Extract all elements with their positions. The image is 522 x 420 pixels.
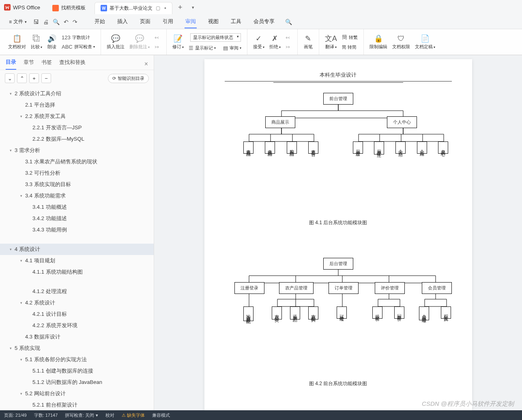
toc-item[interactable]: 2.2.1 开发语言—JSP — [0, 122, 154, 133]
toc-item[interactable]: ▾5.1 系统各部分的实现方法 — [0, 354, 154, 365]
toc-item[interactable]: 4.3 数据库设计 — [0, 331, 154, 343]
toc-item[interactable]: 3.3 系统实现的目标 — [0, 179, 154, 190]
to-simp-button[interactable]: 简 转简 — [339, 43, 360, 51]
read-aloud-button[interactable]: 🔊朗读 — [45, 32, 59, 51]
tab-menu-button[interactable]: ▾ — [187, 5, 199, 10]
next-change-button[interactable]: ↣ — [283, 43, 294, 51]
toc-item[interactable]: ▾5.2 网站前台设计 — [0, 388, 154, 399]
wps-icon — [4, 4, 11, 11]
finalize-button[interactable]: 📄文档定稿 — [412, 32, 438, 51]
toc-item[interactable]: 3.4.1 功能概述 — [0, 201, 154, 213]
preview-icon[interactable]: 🔍 — [53, 19, 60, 25]
remove-button[interactable]: − — [41, 73, 51, 83]
toc-item[interactable]: 4.1.1 系统功能结构图 — [0, 266, 154, 278]
next-comment-button[interactable]: ↣ — [152, 43, 163, 51]
lock-icon: 🔒 — [374, 34, 383, 43]
collapse-all-button[interactable]: ⌄ — [5, 73, 15, 83]
toc-item[interactable]: 3.2 可行性分析 — [0, 167, 154, 179]
translate-button[interactable]: 文A翻译 — [322, 32, 339, 51]
delete-comment-button[interactable]: 💬删除批注 — [127, 32, 152, 51]
toc-item[interactable]: ▾4.2 系统设计 — [0, 297, 154, 309]
auto-toc-button[interactable]: ⟳智能识别目录 — [108, 74, 149, 83]
toc-item[interactable]: 4.1.2 处理流程 — [0, 286, 154, 297]
tab-template[interactable]: 找稻壳模板 — [47, 2, 91, 14]
proof-status[interactable]: 校对 — [105, 412, 114, 418]
tab-member[interactable]: 会员专享 — [253, 15, 275, 28]
add-button[interactable]: + — [29, 73, 39, 83]
save-icon[interactable]: 🖫 — [33, 19, 39, 25]
tab-insert[interactable]: 插入 — [116, 15, 129, 28]
spellcheck-button[interactable]: ABC拼写检查▾ — [59, 43, 97, 51]
page-indicator[interactable]: 页面: 21/49 — [4, 412, 27, 418]
app-logo: WPS Office — [0, 4, 44, 11]
to-trad-button[interactable]: 簡转繁 — [339, 32, 360, 42]
tab-close-icon[interactable]: • — [164, 5, 166, 11]
d1-leaf: 用户注册 — [353, 141, 363, 154]
toc-item[interactable]: 3.4.2 功能描述 — [0, 213, 154, 224]
tab-review[interactable]: 审阅 — [185, 15, 197, 28]
toc-item[interactable]: 5.1.1 创建与数据库的连接 — [0, 365, 154, 377]
print-icon[interactable]: 🖨 — [43, 19, 49, 25]
tab-document[interactable]: W 基于大数...毕业论文 ▢ • — [95, 2, 172, 14]
prev-comment-button[interactable]: ↢ — [152, 33, 163, 42]
show-marks-button[interactable]: ☰显示标记▾ — [186, 44, 218, 52]
display-select[interactable]: 显示标记的最终状态 — [186, 32, 244, 43]
sidetab-chapter[interactable]: 章节 — [24, 59, 34, 69]
redo-icon[interactable]: ↷ — [73, 19, 77, 25]
compat-mode[interactable]: 兼容模式 — [152, 412, 170, 418]
d2-leaf: 积分兑换 — [441, 306, 451, 319]
toc-item[interactable]: ▾5 系统实现 — [0, 343, 154, 354]
toc-item[interactable]: 2.1 平台选择 — [0, 99, 154, 111]
spell-icon: ABC — [62, 44, 73, 50]
missing-font-warning[interactable]: ⚠ 缺失字体 — [122, 412, 145, 418]
toc-item[interactable]: 3.1 水果农产品销售系统的现状 — [0, 156, 154, 167]
document-view[interactable]: 本科生毕业设计 前台管理 商品展示 个人中心 查看商品 查找商品 购买商品 查看… — [154, 55, 522, 410]
toc-item[interactable]: 4.2.2 系统开发环境 — [0, 320, 154, 331]
toc-item[interactable]: 5.2.1 前台框架设计 — [0, 399, 154, 410]
prev-change-button[interactable]: ↢ — [283, 33, 294, 42]
tab-reference[interactable]: 引用 — [162, 15, 174, 28]
toc-item[interactable]: 2.2.2 数据库—MySQL — [0, 133, 154, 145]
tab-page[interactable]: 页面 — [139, 15, 151, 28]
search-icon[interactable]: 🔍 — [285, 19, 292, 25]
restrict-button[interactable]: 🔒限制编辑 — [367, 32, 390, 51]
d1-leaf: 个人应用 — [417, 141, 427, 154]
pen-button[interactable]: ✎画笔 — [301, 32, 316, 51]
tab-view[interactable]: 视图 — [207, 15, 219, 28]
compare-button[interactable]: ⿻比较 — [28, 32, 45, 51]
toc-item[interactable]: ▾3 需求分析 — [0, 145, 154, 156]
toc-item[interactable]: ▾4 系统设计 — [0, 244, 154, 255]
main-area: 目录 章节 书签 查找和替换 × ⌄ ⌃ + − ⟳智能识别目录 ▾2 系统设计… — [0, 55, 522, 410]
new-tab-button[interactable]: + — [173, 3, 187, 12]
toc-item[interactable]: ▾2.2 系统开发工具 — [0, 111, 154, 122]
toc-label: 3.1 水果农产品销售系统的现状 — [25, 158, 97, 165]
sidebar-close-icon[interactable]: × — [144, 60, 148, 68]
chevron-down-icon: ▾ — [20, 301, 25, 305]
accept-button[interactable]: ✓接受 — [251, 32, 267, 51]
tab-tools[interactable]: 工具 — [230, 15, 242, 28]
reject-button[interactable]: ✗拒绝 — [267, 32, 283, 51]
expand-all-button[interactable]: ⌃ — [17, 73, 27, 83]
review-pane-button[interactable]: ▤审阅▾ — [221, 44, 244, 52]
toc-item[interactable]: ▾4.1 项目规划 — [0, 255, 154, 266]
toc-item[interactable]: ▾2 系统设计工具介绍 — [0, 88, 154, 99]
sidetab-bookmark[interactable]: 书签 — [41, 59, 52, 69]
sidetab-find[interactable]: 查找和替换 — [59, 59, 86, 69]
toc-item[interactable]: ▾3.4 系统功能需求 — [0, 190, 154, 201]
diagram-1: 前台管理 商品展示 个人中心 查看商品 查找商品 购买商品 查看公告 用户注册 … — [225, 90, 452, 207]
tab-start[interactable]: 开始 — [94, 15, 106, 28]
toc-item[interactable]: 4.2.1 设计目标 — [0, 309, 154, 320]
undo-icon[interactable]: ↶ — [64, 19, 69, 25]
track-changes-button[interactable]: 📝修订 — [170, 32, 186, 51]
prev-icon: ↢ — [155, 34, 159, 41]
toc-item[interactable]: 3.4.3 功能用例 — [0, 224, 154, 236]
word-count[interactable]: 字数: 17147 — [34, 412, 58, 418]
insert-comment-button[interactable]: 💬插入批注 — [104, 32, 127, 51]
permission-button[interactable]: 🛡文档权限 — [390, 32, 412, 51]
file-menu[interactable]: ≡ 文件 ▾ — [4, 17, 30, 27]
toc-item[interactable]: 5.1.2 访问数据库的 JavaBean — [0, 377, 154, 388]
sidetab-toc[interactable]: 目录 — [6, 58, 16, 70]
doc-check-button[interactable]: 📋文档校对 — [6, 32, 28, 51]
spell-status[interactable]: 拼写检查: 关闭 ▾ — [65, 412, 98, 418]
wordcount-button[interactable]: 123字数统计 — [59, 33, 97, 42]
